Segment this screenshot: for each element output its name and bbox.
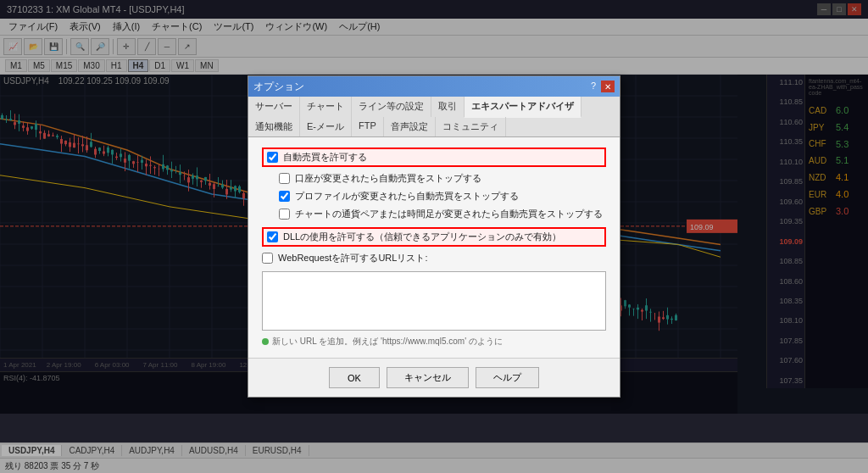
option-chart-change-row: チャートの通貨ペアまたは時間足が変更されたら自動売買をストップする <box>262 208 606 220</box>
dialog-overlay: オプション ? ✕ サーバー チャート ライン等の設定 取引 エキスパートアドバ… <box>0 0 868 473</box>
label-profile-change: プロファイルが変更されたら自動売買をストップする <box>295 190 519 203</box>
tab-notify[interactable]: 通知機能 <box>248 117 300 136</box>
tab-sound[interactable]: 音声設定 <box>384 117 436 136</box>
label-dll: DLLの使用を許可する（信頼できるアプリケーションのみで有効） <box>283 231 561 243</box>
tab-community[interactable]: コミュニティ <box>436 117 506 136</box>
url-hint: 新しい URL を追加。例えば 'https://www.mql5.com' の… <box>262 336 606 348</box>
dialog-title-bar: オプション ? ✕ <box>248 76 620 97</box>
option-dll-row: DLLの使用を許可する（信頼できるアプリケーションのみで有効） <box>262 227 606 247</box>
options-dialog: オプション ? ✕ サーバー チャート ライン等の設定 取引 エキスパートアドバ… <box>248 75 620 398</box>
tab-expert[interactable]: エキスパートアドバイザ <box>465 97 581 118</box>
dialog-help-icon: ? <box>591 81 596 92</box>
tab-chart[interactable]: チャート <box>300 97 352 117</box>
checkbox-auto-trade[interactable] <box>267 152 278 163</box>
dialog-controls: ? ✕ <box>591 81 615 92</box>
checkbox-chart-change[interactable] <box>279 209 290 220</box>
url-section: 新しい URL を追加。例えば 'https://www.mql5.com' の… <box>262 271 606 348</box>
dialog-content: 自動売買を許可する 口座が変更されたら自動売買をストップする プロファイルが変更… <box>248 137 620 358</box>
option-webrequest-row: WebRequestを許可するURLリスト: <box>262 252 606 264</box>
tab-ftp[interactable]: FTP <box>352 117 384 136</box>
tab-lines[interactable]: ライン等の設定 <box>352 97 431 117</box>
tab-email[interactable]: E-メール <box>300 117 352 136</box>
checkbox-webrequest[interactable] <box>262 253 273 264</box>
option-auto-trade-row: 自動売買を許可する <box>262 147 606 167</box>
label-account-change: 口座が変更されたら自動売買をストップする <box>295 172 481 185</box>
url-hint-bullet-icon <box>262 338 269 345</box>
option-profile-change-row: プロファイルが変更されたら自動売買をストップする <box>262 190 606 203</box>
dialog-title: オプション <box>253 80 304 94</box>
dialog-buttons: OK キャンセル ヘルプ <box>248 358 620 397</box>
label-webrequest: WebRequestを許可するURLリスト: <box>278 252 427 264</box>
checkbox-profile-change[interactable] <box>279 191 290 202</box>
url-textarea[interactable] <box>262 271 606 331</box>
checkbox-account-change[interactable] <box>279 173 290 184</box>
option-account-change-row: 口座が変更されたら自動売買をストップする <box>262 172 606 185</box>
dialog-close-button[interactable]: ✕ <box>601 81 615 92</box>
dialog-tabs: サーバー チャート ライン等の設定 取引 エキスパートアドバイザ 通知機能 E-… <box>248 97 620 137</box>
checkbox-dll[interactable] <box>267 231 278 242</box>
main-container: 3710233 1: XM Global MT4 - [USDJPY,H4] ─… <box>0 0 868 473</box>
url-hint-text: 新しい URL を追加。例えば 'https://www.mql5.com' の… <box>272 336 503 348</box>
label-chart-change: チャートの通貨ペアまたは時間足が変更されたら自動売買をストップする <box>295 208 603 220</box>
label-auto-trade: 自動売買を許可する <box>283 151 367 164</box>
tab-trade[interactable]: 取引 <box>431 97 465 117</box>
cancel-button[interactable]: キャンセル <box>387 367 469 388</box>
help-button[interactable]: ヘルプ <box>476 367 539 388</box>
ok-button[interactable]: OK <box>329 367 380 388</box>
tab-server[interactable]: サーバー <box>248 97 300 117</box>
